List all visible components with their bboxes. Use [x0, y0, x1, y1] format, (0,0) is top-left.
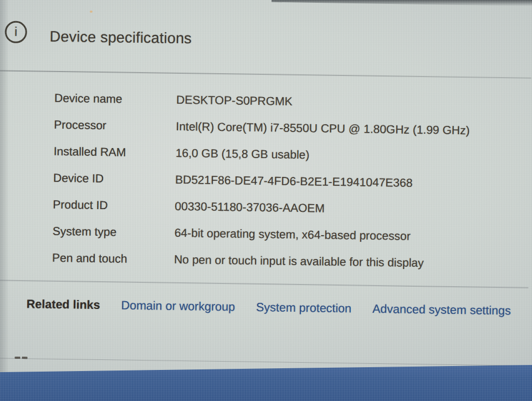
- related-link[interactable]: Domain or workgroup: [121, 299, 235, 314]
- header-divider: [0, 70, 531, 78]
- spec-label: Processor: [54, 118, 176, 133]
- spec-value: No pen or touch input is available for t…: [174, 253, 424, 270]
- section-divider: [0, 280, 528, 288]
- spec-value: BD521F86-DE47-4FD6-B2E1-E1941047E368: [175, 173, 413, 190]
- spec-label: Device ID: [53, 171, 175, 186]
- bottom-divider: [0, 358, 527, 366]
- spec-value: DESKTOP-S0PRGMK: [176, 93, 293, 108]
- info-icon-glyph: i: [14, 25, 17, 38]
- screen-artifact-dash: [22, 357, 28, 359]
- spec-label: Device name: [54, 92, 176, 106]
- related-links-row: Related links Domain or workgroupSystem …: [27, 297, 528, 318]
- page-title: Device specifications: [49, 28, 192, 48]
- spec-label: System type: [53, 225, 175, 240]
- related-link[interactable]: System protection: [256, 301, 351, 316]
- related-links-heading: Related links: [27, 297, 100, 312]
- settings-page-photo: i Device specifications Device name DESK…: [0, 0, 532, 401]
- spec-label: Installed RAM: [54, 145, 176, 160]
- device-specifications-section: i Device specifications Device name DESK…: [0, 0, 532, 401]
- info-icon: i: [4, 21, 27, 44]
- spec-label: Pen and touch: [52, 251, 174, 266]
- related-links-group: Domain or workgroupSystem protectionAdva…: [121, 299, 511, 318]
- spec-list: Device name DESKTOP-S0PRGMK Processor In…: [52, 85, 531, 278]
- spec-value: 64-bit operating system, x64-based proce…: [175, 226, 411, 243]
- spec-label: Product ID: [53, 198, 175, 213]
- spec-value: 16,0 GB (15,8 GB usable): [176, 146, 310, 161]
- screen-artifact-dash: [15, 357, 21, 359]
- related-link[interactable]: Advanced system settings: [372, 302, 511, 318]
- spec-value: 00330-51180-37036-AAOEM: [175, 200, 325, 215]
- spec-value: Intel(R) Core(TM) i7-8550U CPU @ 1.80GHz…: [176, 120, 469, 137]
